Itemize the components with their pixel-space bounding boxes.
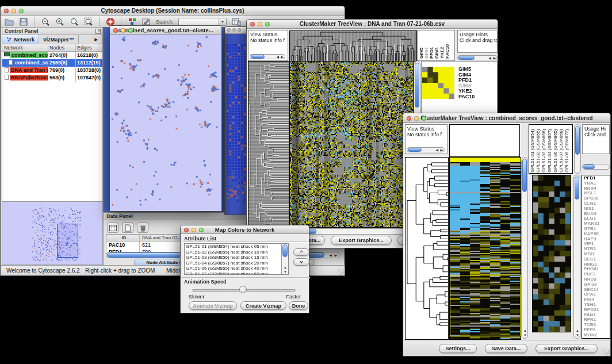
attribute-list-scrollbar[interactable]: ▲▼ xyxy=(281,244,288,274)
column-label: GPL51-06 (GSM865) xyxy=(553,127,559,173)
close-button[interactable] xyxy=(227,28,231,32)
tv2-collabel-vscrollbar[interactable] xyxy=(574,124,581,174)
control-panel-header: Control Panel xyxy=(2,28,102,35)
tv1-hints-scrollbar[interactable]: ◀▶ xyxy=(457,55,498,60)
attribute-listbox[interactable]: GPL51-01 (GSM854) heat shock 05 minGPL51… xyxy=(184,243,289,275)
column-label: GPL51-03 (GSM856) xyxy=(541,127,547,173)
minimize-button[interactable] xyxy=(12,9,16,13)
move-up-button[interactable]: ^ xyxy=(293,248,309,256)
tv1-row-labels[interactable]: GIM5GIM4PFD1GIM3YKE2PAC10 xyxy=(458,67,475,99)
tv2-row-labels[interactable]: PFD1YRA1RNR4MSL1SPC98CLN1NIS1BUD4ELG1MAK… xyxy=(582,175,610,339)
window-resize-grip[interactable] xyxy=(338,269,344,275)
row-label[interactable]: PAC10 xyxy=(458,94,475,100)
network-row[interactable]: RNAPuberNov2+563(0)107847(0) xyxy=(2,74,102,82)
zoom-fit-icon[interactable] xyxy=(69,17,79,26)
float-panel-icon[interactable] xyxy=(95,29,101,34)
status-welcome: Welcome to Cytoscape 2.6.2 xyxy=(6,267,80,274)
zoom-button[interactable] xyxy=(19,9,24,13)
tv2-global-heatmap[interactable] xyxy=(449,157,521,340)
network-overview-panel[interactable] xyxy=(2,201,102,265)
tv1-status-scrollbar[interactable]: ◀▶ xyxy=(250,54,285,59)
tv2-heatmap-vscrollbar[interactable]: ▲▼ xyxy=(521,157,528,339)
background-network-window[interactable] xyxy=(224,26,249,215)
tab-overflow-arrow[interactable]: ▶ xyxy=(79,35,102,44)
move-down-button[interactable]: v xyxy=(293,258,309,266)
tv2-zoom-heatmap[interactable] xyxy=(532,175,571,332)
delete-attribute-trash-icon[interactable] xyxy=(137,223,148,233)
minimize-button[interactable] xyxy=(192,228,196,232)
tv2-hints-scrollbar[interactable] xyxy=(582,164,610,170)
list-item[interactable]: GPL51-03 (GSM856) heat shock 15 min xyxy=(185,255,281,260)
treeview1-titlebar[interactable]: ClusterMaker TreeView : DNA and Tran 07-… xyxy=(247,20,498,29)
desktop: Cytoscape Desktop (Session Name: collins… xyxy=(0,0,612,364)
animation-speed-label: Animation Speed xyxy=(184,279,227,285)
settings-button[interactable]: Settings... xyxy=(439,344,477,353)
row-label[interactable]: MON2 xyxy=(584,333,610,338)
list-item[interactable]: GPL51-07 (GSM868) heat shock 60 min xyxy=(185,271,281,275)
import-table-icon[interactable] xyxy=(231,17,241,26)
minimize-button[interactable] xyxy=(121,28,125,33)
tv1-zoom-heatmap[interactable] xyxy=(422,67,454,99)
attribute-select-icon[interactable] xyxy=(107,223,118,233)
treeview2-titlebar[interactable]: ClusterMaker TreeView : combined_scores_… xyxy=(403,113,610,123)
attribute-list-label: Attribute List xyxy=(184,236,216,242)
create-vizmap-button[interactable]: Create Vizmap xyxy=(240,301,286,310)
minimize-button[interactable] xyxy=(232,28,236,32)
export-graphics-button[interactable]: Export Graphics... xyxy=(536,344,598,353)
network-row[interactable]: DNA and Tran 07769(0)183728(0) xyxy=(2,67,102,74)
animate-vizmap-button[interactable]: Animate Vizmap xyxy=(189,301,237,310)
list-item[interactable]: GPL51-01 (GSM854) heat shock 05 min xyxy=(185,244,281,250)
close-button[interactable] xyxy=(407,116,411,121)
background-network-titlebar[interactable] xyxy=(225,27,248,34)
new-attribute-icon[interactable] xyxy=(122,223,133,233)
main-window-title: Cytoscape Desktop (Session Name: collins… xyxy=(101,7,244,14)
close-button[interactable] xyxy=(113,28,118,33)
tab-network[interactable]: Network xyxy=(2,35,39,44)
zoom-button[interactable] xyxy=(199,228,204,232)
save-data-button[interactable]: Save Data... xyxy=(485,344,527,353)
tv1-row-dendrogram[interactable] xyxy=(248,61,289,228)
close-button[interactable] xyxy=(4,9,9,13)
list-item[interactable]: GPL51-04 (GSM857) heat shock 20 min xyxy=(185,260,281,266)
close-button[interactable] xyxy=(184,228,189,232)
network-row[interactable]: combined_sco2569(6)13112(15) xyxy=(2,59,102,67)
window-resize-grip[interactable] xyxy=(603,349,610,355)
list-item[interactable]: GPL51-06 (GSM865) heat shock 40 min xyxy=(185,266,281,271)
minimize-button[interactable] xyxy=(258,22,262,26)
tv2-status-scrollbar[interactable]: ◀▶ xyxy=(407,147,445,152)
zoom-selected-icon[interactable] xyxy=(83,17,93,26)
zoom-button[interactable] xyxy=(265,22,270,26)
save-icon[interactable] xyxy=(18,17,28,26)
export-graphics-button[interactable]: Export Graphics... xyxy=(331,236,392,245)
treeview2-title: ClusterMaker TreeView : combined_scores_… xyxy=(420,115,592,121)
done-button[interactable]: Done xyxy=(289,301,308,310)
search-input[interactable]: ▼ xyxy=(178,18,227,26)
tv2-column-tree-area[interactable] xyxy=(449,124,520,157)
tab-vizmapper[interactable]: VizMapper™ xyxy=(39,35,79,44)
speed-slider-thumb[interactable] xyxy=(239,286,247,293)
zoom-button[interactable] xyxy=(422,116,426,121)
zoom-button[interactable] xyxy=(128,28,133,33)
tv1-global-heatmap[interactable] xyxy=(289,61,414,228)
search-dropdown-icon[interactable]: ▼ xyxy=(219,18,226,25)
tv1-column-dendrogram[interactable] xyxy=(289,30,417,62)
network-table-body: combined_scores2764(0)16218(0)combined_s… xyxy=(2,52,102,82)
dialog-titlebar[interactable]: Map Colors to Network xyxy=(181,225,309,234)
zoom-in-icon[interactable] xyxy=(55,17,64,26)
list-item[interactable]: GPL51-02 (GSM855) heat shock 10 min xyxy=(185,250,281,255)
minimize-button[interactable] xyxy=(414,116,419,121)
tv2-usage-hints-panel: Usage HiClick and xyxy=(582,124,610,154)
open-file-icon[interactable] xyxy=(4,17,14,26)
tv2-zoom-vscrollbar[interactable]: ▲▼ xyxy=(573,175,580,339)
zoom-out-icon[interactable] xyxy=(40,17,50,26)
zoom-button[interactable] xyxy=(238,28,241,32)
close-button[interactable] xyxy=(250,22,255,26)
tv2-row-dendrogram[interactable] xyxy=(405,157,449,340)
control-panel-tabs: Network VizMapper™ ▶ xyxy=(2,35,102,44)
dense-network-view[interactable] xyxy=(225,34,248,214)
network-view-titlebar[interactable]: combined_scores_good.txt--cluste... xyxy=(110,26,221,35)
network-canvas[interactable] xyxy=(110,35,221,211)
window-controls xyxy=(4,9,24,13)
network-row[interactable]: combined_scores2764(0)16218(0) xyxy=(2,52,102,59)
main-title-bar[interactable]: Cytoscape Desktop (Session Name: collins… xyxy=(1,6,345,16)
